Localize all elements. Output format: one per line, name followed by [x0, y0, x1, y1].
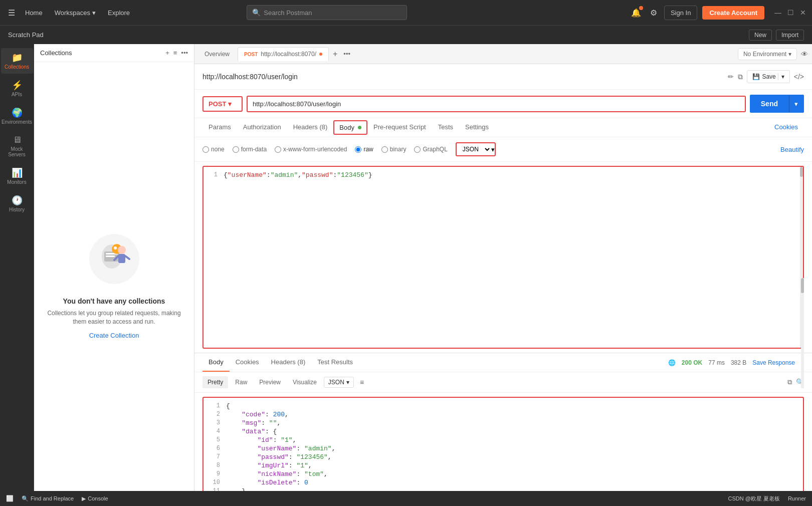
json-format-select[interactable]: JSON ▾	[456, 142, 496, 156]
radio-form-data[interactable]: form-data	[233, 146, 267, 153]
req-tab-headers[interactable]: Headers (8)	[287, 118, 334, 137]
req-tab-pre-request[interactable]: Pre-request Script	[367, 118, 432, 137]
tab-active-request[interactable]: POST http://localhost:8070/	[238, 47, 329, 61]
method-select[interactable]: POST ▾	[202, 96, 243, 112]
json-format-label: JSON	[328, 379, 344, 386]
sidebar-item-mock-servers[interactable]: 🖥 Mock Servers	[1, 131, 33, 161]
search-placeholder: Search Postman	[264, 9, 312, 17]
tab-overview[interactable]: Overview	[198, 48, 236, 61]
resp-line-5: 5 "id": "1",	[204, 436, 803, 444]
response-body-code[interactable]: 1 { 2 "code": 200, 3 "msg": "", 4 "data"…	[202, 397, 804, 502]
radio-raw[interactable]: raw	[355, 146, 373, 153]
bottom-right: CSDN @欧星 夏老板 Runner	[728, 495, 806, 502]
maximize-btn[interactable]: ☐	[787, 9, 794, 17]
response-format-select[interactable]: JSON ▾	[324, 377, 354, 388]
find-replace-item[interactable]: 🔍 Find and Replace	[22, 495, 74, 502]
empty-description: Collections let you group related reques…	[44, 309, 184, 326]
status-ok: 200 OK	[682, 359, 702, 366]
sidebar-item-environments[interactable]: 🌍 Environments	[1, 103, 33, 129]
more-collection-icon[interactable]: •••	[181, 49, 188, 57]
environment-select[interactable]: No Environment ▾	[738, 48, 797, 60]
main-layout: 📁 Collections ⚡ APIs 🌍 Environments 🖥 Mo…	[0, 44, 812, 506]
sidebar-item-collections[interactable]: 📁 Collections	[1, 48, 33, 74]
fmt-tab-pretty[interactable]: Pretty	[202, 376, 228, 388]
status-time: 77 ms	[708, 359, 725, 366]
sidebar-item-apis[interactable]: ⚡ APIs	[1, 76, 33, 101]
overview-label: Overview	[205, 51, 230, 58]
console-item[interactable]: ▶ Console	[82, 495, 108, 502]
workspaces-dropdown[interactable]: Workspaces ▾	[51, 7, 100, 19]
svg-point-6	[114, 246, 117, 249]
collections-label: Collections	[5, 64, 29, 70]
add-tab-icon[interactable]: +	[331, 48, 339, 61]
collections-panel-title: Collections	[40, 49, 161, 57]
resp-line-content-7: "passwd": "123456",	[226, 453, 332, 461]
req-tab-authorization[interactable]: Authorization	[237, 118, 287, 137]
save-response-button[interactable]: Save Response	[752, 359, 795, 366]
close-btn[interactable]: ✕	[800, 9, 806, 17]
req-tab-tests[interactable]: Tests	[432, 118, 459, 137]
req-tab-body[interactable]: Body	[333, 120, 367, 135]
env-settings-icon[interactable]: 👁	[801, 50, 808, 58]
radio-binary[interactable]: binary	[381, 146, 407, 153]
wrap-icon[interactable]: ≡	[360, 378, 364, 386]
notification-btn[interactable]: 🔔	[629, 6, 643, 20]
scratch-bar: Scratch Pad New Import	[0, 25, 812, 44]
home-link[interactable]: Home	[21, 7, 47, 19]
fmt-tab-preview[interactable]: Preview	[254, 376, 286, 388]
radio-x-www[interactable]: x-www-form-urlencoded	[275, 146, 347, 153]
send-button[interactable]: Send	[750, 95, 789, 113]
create-account-button[interactable]: Create Account	[702, 6, 764, 20]
fmt-tab-raw[interactable]: Raw	[230, 376, 252, 388]
save-button-group[interactable]: 💾 Save ▾	[747, 70, 789, 83]
resp-line-num-5: 5	[204, 436, 226, 444]
environments-icon: 🌍	[12, 107, 23, 118]
code-icon[interactable]: </>	[794, 73, 804, 81]
req-tab-cookies[interactable]: Cookies	[768, 118, 804, 137]
import-button[interactable]: Import	[776, 30, 804, 41]
svg-rect-4	[106, 256, 115, 257]
sidebar-item-monitors[interactable]: 📊 Monitors	[1, 163, 33, 189]
resp-tab-headers[interactable]: Headers (8)	[265, 353, 312, 372]
resp-tab-cookies[interactable]: Cookies	[230, 353, 265, 372]
resp-tab-body[interactable]: Body	[202, 353, 230, 372]
settings-btn[interactable]: ⚙	[648, 6, 659, 20]
search-bar[interactable]: 🔍 Search Postman	[247, 5, 407, 20]
apis-icon: ⚡	[12, 80, 23, 91]
json-arrow-icon: ▾	[491, 146, 495, 153]
edit-icon[interactable]: ✏	[728, 73, 734, 81]
minimize-btn[interactable]: —	[774, 9, 781, 17]
filter-collection-icon[interactable]: ≡	[173, 49, 177, 57]
add-collection-icon[interactable]: +	[165, 49, 169, 57]
save-arrow-icon[interactable]: ▾	[778, 73, 784, 80]
explore-link[interactable]: Explore	[104, 7, 134, 19]
sidebar-item-history[interactable]: 🕐 History	[1, 191, 33, 216]
request-body-editor[interactable]: 1 {"userName":"admin","passwd":"123456"}	[202, 166, 804, 349]
signin-button[interactable]: Sign In	[664, 6, 697, 20]
collections-empty-state: You don't have any collections Collectio…	[34, 62, 194, 506]
bottom-panel-toggle[interactable]: ⬜	[6, 495, 14, 502]
resp-tab-test-results[interactable]: Test Results	[311, 353, 359, 372]
create-collection-link[interactable]: Create Collection	[89, 332, 139, 339]
json-select-dropdown[interactable]: JSON	[457, 143, 491, 155]
beautify-button[interactable]: Beautify	[780, 146, 804, 153]
req-tab-settings[interactable]: Settings	[459, 118, 495, 137]
more-tabs-icon[interactable]: •••	[341, 48, 352, 60]
radio-graphql[interactable]: GraphQL	[414, 146, 447, 153]
new-button[interactable]: New	[749, 30, 772, 41]
send-arrow-button[interactable]: ▾	[789, 95, 804, 113]
radio-none[interactable]: none	[202, 146, 225, 153]
runner-item[interactable]: Runner	[788, 495, 806, 502]
response-tabs: Body Cookies Headers (8) Test Results 🌐 …	[194, 353, 812, 372]
copy-response-icon[interactable]: ⧉	[787, 378, 792, 386]
scratch-actions: New Import	[749, 30, 804, 41]
url-input[interactable]	[248, 97, 745, 111]
menu-icon[interactable]: ☰	[6, 6, 17, 20]
history-icon: 🕐	[12, 195, 23, 206]
resp-line-num-8: 8	[204, 462, 226, 469]
share-icon[interactable]: ⧉	[738, 73, 743, 81]
tab-modified-dot	[319, 53, 322, 56]
fmt-tab-visualize[interactable]: Visualize	[288, 376, 322, 388]
req-tab-params[interactable]: Params	[202, 118, 237, 137]
resp-line-content-4: "data": {	[226, 428, 277, 435]
